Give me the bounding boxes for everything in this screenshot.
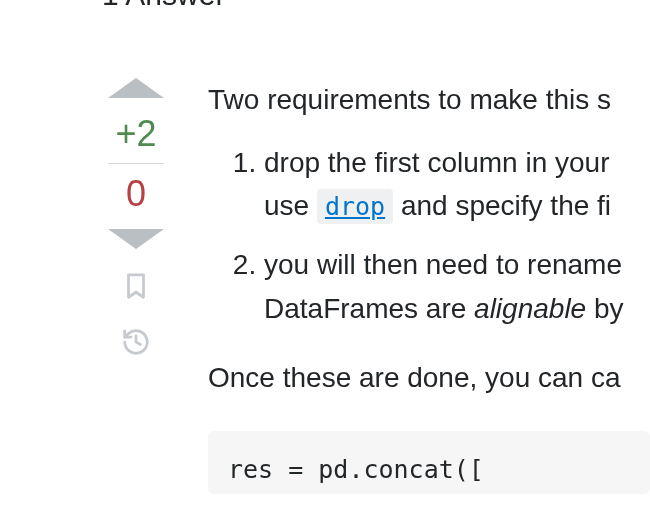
list-item: you will then need to rename DataFrames … [264, 243, 650, 330]
answers-header: 1 Answer [102, 0, 225, 12]
vote-score: 0 [126, 172, 146, 215]
downvote-button[interactable] [108, 229, 164, 249]
list-text: you will then need to rename [264, 249, 622, 280]
answer-continuation: Once these are done, you can ca [208, 358, 650, 399]
answer-intro: Two requirements to make this s [208, 80, 650, 121]
code-block: res = pd.concat([ [208, 431, 650, 495]
code-text: res = pd.concat([ [228, 451, 630, 489]
vote-delta: +2 [115, 112, 156, 155]
list-item: drop the first column in your use drop a… [264, 141, 650, 228]
requirements-list: drop the first column in your use drop a… [208, 141, 650, 331]
drop-code-link[interactable]: drop [317, 189, 393, 224]
list-text: drop the first column in your [264, 147, 610, 178]
vote-divider [108, 163, 164, 164]
list-text: use [264, 190, 317, 221]
alignable-emphasis: alignable [474, 293, 586, 324]
list-text: DataFrames are [264, 293, 474, 324]
history-icon[interactable] [121, 327, 151, 361]
list-text: and specify the fi [393, 190, 611, 221]
bookmark-icon[interactable] [121, 271, 151, 305]
list-text: by [586, 293, 623, 324]
upvote-button[interactable] [108, 78, 164, 98]
vote-column: +2 0 [96, 78, 176, 361]
answer-body: Two requirements to make this s drop the… [208, 78, 650, 494]
